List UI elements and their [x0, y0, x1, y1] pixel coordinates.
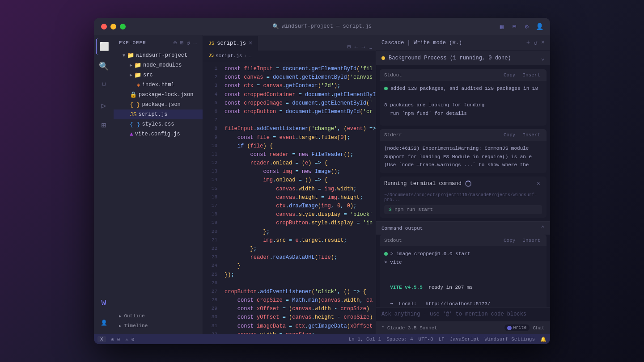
- stderr-line-1: (node:46132) ExperimentalWarning: Common…: [384, 146, 529, 151]
- account-icon[interactable]: 👤: [536, 23, 543, 30]
- project-root-item[interactable]: ▼ 📁 windsurf-project: [114, 51, 203, 60]
- cascade-header-icons: + ↺ ×: [526, 39, 545, 46]
- cmd-text: npm run start: [394, 207, 433, 212]
- new-file-icon[interactable]: ⊕: [174, 39, 178, 46]
- close-cascade-icon[interactable]: ×: [541, 39, 545, 46]
- background-process[interactable]: Background Process (1 running, 0 done) ⌄: [376, 51, 550, 66]
- running-label: Running terminal command: [384, 181, 462, 187]
- code-editor[interactable]: 12345 678910 1112131415 1617181920 21222…: [203, 61, 376, 334]
- status-windsurf[interactable]: Windsurf Settings: [485, 337, 535, 342]
- maximize-button[interactable]: [120, 24, 126, 29]
- timeline-label: Timeline: [124, 323, 148, 328]
- stdout-actions: Copy Insert: [502, 72, 542, 78]
- search-activity-icon[interactable]: 🔍: [96, 58, 112, 74]
- explorer-activity-icon[interactable]: ⬜: [96, 38, 112, 55]
- sidebar-item-package-json[interactable]: { } package.json: [114, 100, 203, 109]
- editor-area: JS script.js × ⊟ ← → … JS script.js › …: [203, 35, 376, 334]
- refresh-icon[interactable]: ↺: [186, 39, 191, 46]
- sidebar-item-script-js[interactable]: JS script.js: [114, 109, 203, 119]
- vite-file-icon: ▲: [130, 131, 133, 138]
- status-right: Ln 1, Col 1 Spaces: 4 UTF-8 LF JavaScrip…: [349, 337, 547, 342]
- nav-back-icon[interactable]: ←: [355, 44, 358, 51]
- tree-item-label: styles.css: [142, 121, 174, 127]
- status-encoding[interactable]: UTF-8: [419, 337, 433, 342]
- more-editor-icon[interactable]: …: [369, 44, 372, 51]
- insert-stderr-button[interactable]: Insert: [521, 132, 542, 138]
- insert-stdout2-button[interactable]: Insert: [521, 237, 542, 244]
- breadcrumb-file[interactable]: script.js: [216, 53, 242, 59]
- outline-item[interactable]: ▶ Outline: [117, 311, 199, 321]
- more-icon[interactable]: …: [193, 39, 197, 46]
- git-activity-icon[interactable]: ⑂: [96, 78, 112, 94]
- minimize-button[interactable]: [110, 24, 116, 29]
- sidebar-item-styles-css[interactable]: { } styles.css: [114, 119, 203, 129]
- breadcrumb-js-icon: JS: [208, 53, 214, 58]
- notification-icon[interactable]: 🔔: [540, 337, 547, 342]
- stdout2-local-line: ➜ Local: http://localhost:5173/: [384, 301, 491, 307]
- sidebar-item-src[interactable]: ▶ 📁 src: [114, 70, 203, 80]
- stdout2-line-2: > vite: [384, 260, 402, 265]
- model-label[interactable]: Claude 3.5 Sonnet: [387, 325, 437, 331]
- search-icon: 🔍: [272, 23, 279, 30]
- tab-script-js[interactable]: JS script.js ×: [203, 36, 258, 51]
- chevron-right-icon: ▶: [130, 72, 132, 78]
- status-language[interactable]: JavaScript: [450, 337, 479, 342]
- sidebar-item-vite-config[interactable]: ▲ vite.config.js: [114, 129, 203, 139]
- copy-stdout2-button[interactable]: Copy: [502, 237, 517, 244]
- status-position[interactable]: Ln 1, Col 1: [349, 337, 381, 342]
- copy-stderr-button[interactable]: Copy: [502, 132, 517, 138]
- js-tab-icon: JS: [208, 41, 214, 46]
- sidebar-item-package-lock[interactable]: 🔒 package-lock.json: [114, 90, 203, 100]
- close-button[interactable]: [101, 24, 107, 29]
- breadcrumb-bar: JS script.js › …: [203, 51, 376, 61]
- title-icons-right: ▦ ⊟ ⚙ 👤: [498, 23, 543, 30]
- insert-stdout-button[interactable]: Insert: [521, 72, 542, 78]
- write-label: Write: [513, 325, 527, 330]
- chevron-down-icon[interactable]: ⌄: [541, 54, 545, 62]
- chevron-up-icon[interactable]: ⌃: [541, 224, 545, 232]
- extensions-activity-icon[interactable]: ⊞: [96, 117, 112, 133]
- green-dot2: [384, 252, 388, 256]
- chevron-right-icon: ▶: [119, 314, 121, 319]
- line-numbers: 12345 678910 1112131415 1617181920 21222…: [203, 61, 221, 334]
- main-layout: ⬜ 🔍 ⑂ ▷ ⊞ W 👤 Explorer ⊕ ⊞ ↺ …: [94, 35, 550, 334]
- tree-item-label: package-lock.json: [139, 92, 193, 98]
- sidebar: Explorer ⊕ ⊞ ↺ … ▼ 📁 windsurf-project ▶: [114, 35, 203, 334]
- nav-forward-icon[interactable]: →: [361, 44, 365, 51]
- folder-icon: 📁: [134, 72, 141, 79]
- copy-stdout-button[interactable]: Copy: [502, 72, 517, 78]
- layout-icon[interactable]: ▦: [498, 23, 505, 30]
- write-toggle[interactable]: Write: [504, 324, 530, 331]
- chevron-right-icon: ▶: [130, 63, 132, 68]
- split-icon[interactable]: ⊟: [511, 23, 518, 30]
- cascade-scroll[interactable]: Background Process (1 running, 0 done) ⌄…: [376, 51, 550, 307]
- new-folder-icon[interactable]: ⊞: [180, 39, 184, 46]
- close-running-button[interactable]: ×: [535, 180, 542, 187]
- debug-activity-icon[interactable]: ▷: [96, 97, 112, 114]
- timeline-item[interactable]: ▶ Timeline: [117, 321, 199, 331]
- stdout2-line-1: > image-cropper@1.0.0 start: [390, 251, 470, 257]
- status-x[interactable]: X: [97, 336, 106, 342]
- chat-label[interactable]: Chat: [533, 325, 545, 331]
- js-file-icon: JS: [130, 111, 137, 118]
- tab-close-icon[interactable]: ×: [249, 40, 252, 47]
- sidebar-item-index-html[interactable]: ◈ index.html: [114, 80, 203, 90]
- status-line-ending[interactable]: LF: [439, 337, 445, 342]
- split-editor-icon[interactable]: ⊟: [347, 43, 351, 51]
- refresh-cascade-icon[interactable]: ↺: [534, 39, 537, 46]
- title-bar: 🔍 windsurf-project — script.js ▦ ⊟ ⚙ 👤: [94, 18, 550, 35]
- avatar-activity-icon[interactable]: 👤: [96, 315, 112, 331]
- dollar-sign: $: [389, 207, 392, 212]
- tree-item-label: vite.config.js: [135, 131, 180, 137]
- activity-bar: ⬜ 🔍 ⑂ ▷ ⊞ W 👤: [94, 35, 114, 334]
- file-tree: ▼ 📁 windsurf-project ▶ 📁 node_modules ▶ …: [114, 51, 203, 307]
- sidebar-item-node-modules[interactable]: ▶ 📁 node_modules: [114, 60, 203, 70]
- status-left: X ⊗ 0 ⚠ 0: [97, 336, 134, 342]
- windsurf-activity-icon[interactable]: W: [96, 295, 112, 311]
- vite-ready-line: VITE v4.5.5 ready in 287 ms: [384, 285, 473, 290]
- settings-icon[interactable]: ⚙: [523, 23, 530, 30]
- status-spaces[interactable]: Spaces: 4: [386, 337, 413, 342]
- code-content: const fileInput = document.getElementByI…: [221, 61, 376, 334]
- add-icon[interactable]: +: [526, 39, 530, 46]
- folder-icon: 📁: [127, 52, 134, 59]
